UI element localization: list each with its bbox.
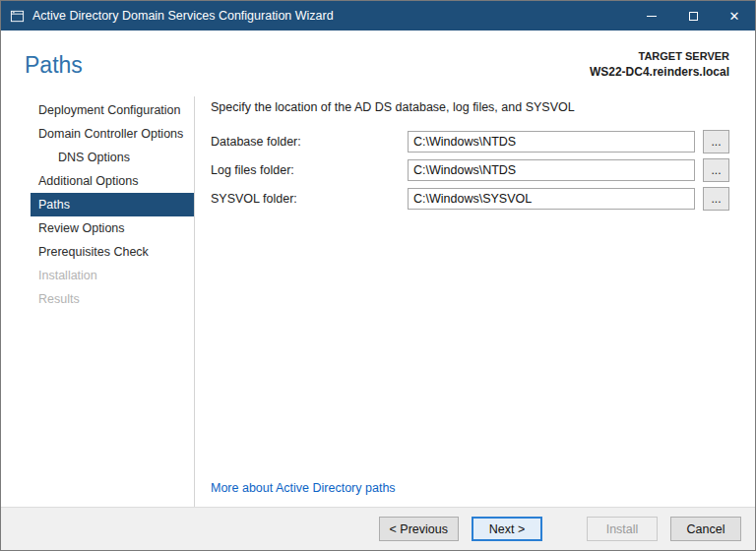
sysvol-folder-browse-button[interactable]: ... [703, 187, 729, 211]
wizard-body: Deployment Configuration Domain Controll… [1, 85, 755, 507]
close-button[interactable]: ✕ [714, 1, 755, 31]
page-title: Paths [25, 52, 83, 79]
window-title: Active Directory Domain Services Configu… [32, 9, 334, 23]
cancel-button[interactable]: Cancel [670, 517, 741, 541]
maximize-icon [689, 12, 698, 21]
sidebar-item-prerequisites-check[interactable]: Prerequisites Check [31, 240, 194, 264]
sidebar-item-additional-options[interactable]: Additional Options [31, 169, 194, 193]
paths-page-content: Specify the location of the AD DS databa… [194, 96, 729, 507]
log-files-folder-label: Log files folder: [211, 163, 408, 177]
next-button[interactable]: Next > [472, 517, 542, 541]
wizard-footer: < Previous Next > Install Cancel [1, 507, 755, 550]
sidebar-item-review-options[interactable]: Review Options [31, 216, 194, 240]
sidebar-item-domain-controller-options[interactable]: Domain Controller Options [31, 122, 194, 146]
titlebar: Active Directory Domain Services Configu… [1, 1, 755, 31]
sysvol-folder-row: SYSVOL folder: ... [211, 187, 729, 211]
more-about-paths-link[interactable]: More about Active Directory paths [211, 481, 396, 495]
sidebar-item-dns-options[interactable]: DNS Options [31, 146, 194, 169]
sysvol-folder-label: SYSVOL folder: [211, 192, 408, 206]
previous-button[interactable]: < Previous [379, 517, 459, 541]
log-files-folder-browse-button[interactable]: ... [703, 158, 729, 182]
sysvol-folder-input[interactable] [408, 188, 695, 210]
wizard-window: Active Directory Domain Services Configu… [0, 0, 756, 551]
target-server-label: TARGET SERVER [590, 50, 729, 62]
minimize-icon [647, 16, 657, 17]
sidebar-item-results: Results [31, 287, 194, 311]
sidebar-item-deployment-configuration[interactable]: Deployment Configuration [31, 98, 194, 122]
close-icon: ✕ [729, 9, 740, 24]
wizard-header: Paths TARGET SERVER WS22-DC4.reinders.lo… [1, 31, 755, 85]
database-folder-label: Database folder: [211, 135, 408, 149]
maximize-button[interactable] [672, 1, 714, 31]
window-controls: ✕ [631, 1, 755, 31]
database-folder-browse-button[interactable]: ... [703, 130, 729, 153]
minimize-button[interactable] [631, 1, 672, 31]
wizard-steps: Deployment Configuration Domain Controll… [31, 96, 194, 507]
database-folder-input[interactable] [408, 131, 695, 153]
log-files-folder-row: Log files folder: ... [211, 158, 729, 182]
sidebar-item-installation: Installation [31, 264, 194, 287]
target-server-block: TARGET SERVER WS22-DC4.reinders.local [590, 44, 729, 79]
target-server-value: WS22-DC4.reinders.local [590, 65, 729, 79]
database-folder-row: Database folder: ... [211, 130, 729, 153]
sidebar-item-paths[interactable]: Paths [31, 193, 194, 216]
instruction-text: Specify the location of the AD DS databa… [211, 100, 729, 114]
app-icon [10, 9, 25, 24]
install-button: Install [587, 517, 658, 541]
log-files-folder-input[interactable] [408, 159, 695, 181]
